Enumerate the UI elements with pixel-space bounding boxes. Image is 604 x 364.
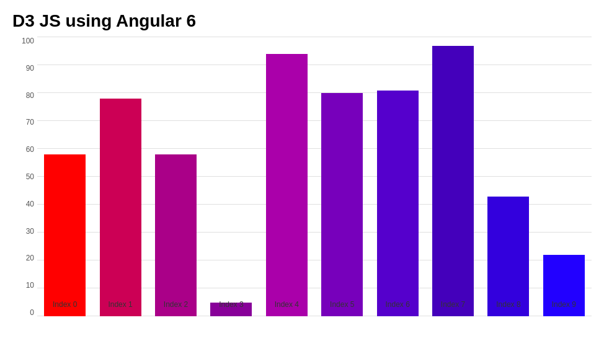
bar-group: Index 5 xyxy=(314,37,370,316)
bar xyxy=(155,154,197,316)
bar-group: Index 0 xyxy=(37,37,92,316)
bar-group: Index 3 xyxy=(203,37,259,316)
bar-label: Index 8 xyxy=(496,293,520,316)
bar xyxy=(100,99,141,316)
bar-group: Index 1 xyxy=(92,37,148,316)
bar-label: Index 2 xyxy=(164,293,188,316)
bar-label: Index 1 xyxy=(108,293,132,316)
bar-label: Index 0 xyxy=(53,293,77,316)
bar xyxy=(266,54,308,316)
bar-group: Index 2 xyxy=(148,37,203,316)
y-axis-label: 90 xyxy=(26,64,34,72)
bar-label: Index 7 xyxy=(441,293,465,316)
chart-area: 0102030405060708090100 Index 0Index 1Ind… xyxy=(0,37,604,341)
y-axis-label: 20 xyxy=(26,254,34,262)
bar-label: Index 6 xyxy=(385,293,409,316)
bar-group: Index 9 xyxy=(536,37,592,316)
bar-label: Index 9 xyxy=(552,293,576,316)
bars-container: Index 0Index 1Index 2Index 3Index 4Index… xyxy=(37,37,592,341)
y-axis-label: 40 xyxy=(26,200,34,208)
bar xyxy=(377,91,419,317)
page-title: D3 JS using Angular 6 xyxy=(0,0,604,37)
y-axis: 0102030405060708090100 xyxy=(12,37,37,316)
bar xyxy=(44,154,86,316)
bar xyxy=(432,46,474,317)
bar-group: Index 8 xyxy=(481,37,536,316)
bar-group: Index 4 xyxy=(259,37,314,316)
y-axis-label: 100 xyxy=(22,37,34,45)
y-axis-label: 50 xyxy=(26,173,34,180)
bar-group: Index 6 xyxy=(370,37,425,316)
y-axis-label: 70 xyxy=(26,118,34,126)
y-axis-label: 60 xyxy=(26,146,34,153)
bar-group: Index 7 xyxy=(425,37,481,316)
bar-label: Index 3 xyxy=(219,293,243,316)
y-axis-label: 0 xyxy=(30,309,34,316)
y-axis-label: 80 xyxy=(26,92,34,99)
bar-label: Index 5 xyxy=(330,293,354,316)
y-axis-label: 30 xyxy=(26,228,34,235)
y-axis-label: 10 xyxy=(26,282,34,289)
bar xyxy=(321,93,363,316)
bar-label: Index 4 xyxy=(275,293,299,316)
